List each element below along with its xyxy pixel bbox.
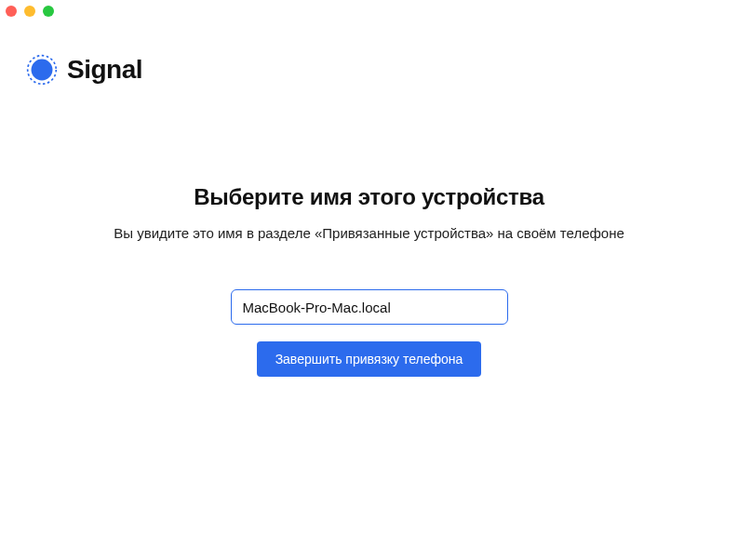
- window-traffic-lights: [6, 6, 54, 17]
- minimize-window-button[interactable]: [24, 6, 35, 17]
- finish-link-button[interactable]: Завершить привязку телефона: [257, 341, 482, 377]
- brand-name: Signal: [67, 55, 142, 85]
- svg-point-1: [32, 60, 53, 81]
- signal-logo-icon: [26, 54, 58, 86]
- page-subtitle: Вы увидите это имя в разделе «Привязанны…: [114, 225, 624, 241]
- link-device-panel: Выберите имя этого устройства Вы увидите…: [0, 184, 738, 377]
- close-window-button[interactable]: [6, 6, 17, 17]
- brand-header: Signal: [26, 54, 142, 86]
- device-name-input[interactable]: [231, 289, 508, 325]
- page-title: Выберите имя этого устройства: [194, 184, 544, 210]
- maximize-window-button[interactable]: [43, 6, 54, 17]
